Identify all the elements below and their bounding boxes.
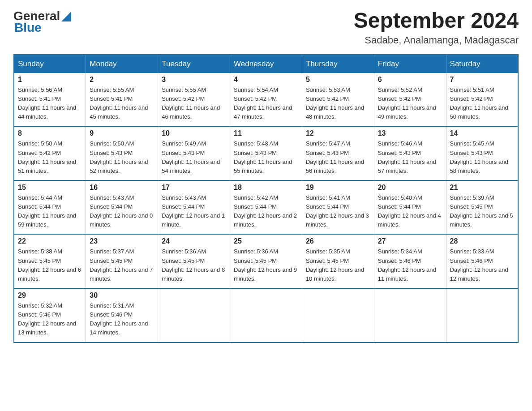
calendar-cell: 30Sunrise: 5:31 AMSunset: 5:46 PMDayligh… [86,288,158,342]
day-number: 13 [378,129,442,137]
day-info: Sunrise: 5:38 AMSunset: 5:45 PMDaylight:… [18,247,82,283]
day-number: 29 [18,291,82,300]
day-number: 18 [234,184,298,192]
day-info: Sunrise: 5:39 AMSunset: 5:45 PMDaylight:… [450,193,514,230]
calendar-cell: 2Sunrise: 5:55 AMSunset: 5:41 PMDaylight… [86,73,158,127]
calendar-cell: 12Sunrise: 5:47 AMSunset: 5:43 PMDayligh… [302,126,374,180]
calendar-table: SundayMondayTuesdayWednesdayThursdayFrid… [13,54,519,343]
weekday-header-row: SundayMondayTuesdayWednesdayThursdayFrid… [14,55,518,73]
calendar-cell: 13Sunrise: 5:46 AMSunset: 5:43 PMDayligh… [374,126,446,180]
weekday-header-friday: Friday [374,55,446,73]
day-number: 27 [378,237,442,245]
calendar-cell: 17Sunrise: 5:43 AMSunset: 5:44 PMDayligh… [158,180,230,235]
day-info: Sunrise: 5:54 AMSunset: 5:42 PMDaylight:… [234,86,298,122]
day-number: 25 [234,237,298,245]
weekday-header-wednesday: Wednesday [230,55,302,73]
day-info: Sunrise: 5:32 AMSunset: 5:46 PMDaylight:… [18,301,82,338]
day-info: Sunrise: 5:35 AMSunset: 5:45 PMDaylight:… [306,247,370,283]
day-info: Sunrise: 5:37 AMSunset: 5:45 PMDaylight:… [90,247,154,283]
day-number: 21 [450,184,514,192]
day-number: 8 [18,129,82,137]
day-number: 26 [306,237,370,245]
calendar-cell: 11Sunrise: 5:48 AMSunset: 5:43 PMDayligh… [230,126,302,180]
calendar-cell: 22Sunrise: 5:38 AMSunset: 5:45 PMDayligh… [14,234,86,288]
calendar-cell: 21Sunrise: 5:39 AMSunset: 5:45 PMDayligh… [446,180,518,235]
day-number: 7 [450,76,514,84]
calendar-cell: 10Sunrise: 5:49 AMSunset: 5:43 PMDayligh… [158,126,230,180]
calendar-cell: 19Sunrise: 5:41 AMSunset: 5:44 PMDayligh… [302,180,374,235]
calendar-title-block: September 2024 Sadabe, Analamanga, Madag… [354,9,519,46]
calendar-cell: 9Sunrise: 5:50 AMSunset: 5:43 PMDaylight… [86,126,158,180]
day-number: 23 [90,237,154,245]
day-number: 4 [234,76,298,84]
calendar-cell [158,288,230,342]
page-header: General Blue September 2024 Sadabe, Anal… [13,9,519,46]
weekday-header-saturday: Saturday [446,55,518,73]
day-number: 22 [18,237,82,245]
day-info: Sunrise: 5:55 AMSunset: 5:42 PMDaylight:… [162,86,226,122]
day-number: 30 [90,291,154,300]
week-row-4: 22Sunrise: 5:38 AMSunset: 5:45 PMDayligh… [14,234,518,288]
weekday-header-tuesday: Tuesday [158,55,230,73]
svg-marker-0 [61,12,71,21]
day-info: Sunrise: 5:50 AMSunset: 5:42 PMDaylight:… [18,139,82,176]
calendar-cell: 18Sunrise: 5:42 AMSunset: 5:44 PMDayligh… [230,180,302,235]
calendar-cell: 1Sunrise: 5:56 AMSunset: 5:41 PMDaylight… [14,73,86,127]
day-info: Sunrise: 5:43 AMSunset: 5:44 PMDaylight:… [162,193,226,230]
week-row-5: 29Sunrise: 5:32 AMSunset: 5:46 PMDayligh… [14,288,518,342]
day-number: 11 [234,129,298,137]
day-info: Sunrise: 5:36 AMSunset: 5:45 PMDaylight:… [162,247,226,283]
day-info: Sunrise: 5:51 AMSunset: 5:42 PMDaylight:… [450,86,514,122]
day-info: Sunrise: 5:40 AMSunset: 5:44 PMDaylight:… [378,193,442,230]
calendar-title: September 2024 [354,9,519,33]
calendar-cell: 7Sunrise: 5:51 AMSunset: 5:42 PMDaylight… [446,73,518,127]
day-info: Sunrise: 5:53 AMSunset: 5:42 PMDaylight:… [306,86,370,122]
day-number: 1 [18,76,82,84]
calendar-cell: 23Sunrise: 5:37 AMSunset: 5:45 PMDayligh… [86,234,158,288]
day-info: Sunrise: 5:52 AMSunset: 5:42 PMDaylight:… [378,86,442,122]
day-info: Sunrise: 5:55 AMSunset: 5:41 PMDaylight:… [90,86,154,122]
day-info: Sunrise: 5:43 AMSunset: 5:44 PMDaylight:… [90,193,154,230]
calendar-cell: 16Sunrise: 5:43 AMSunset: 5:44 PMDayligh… [86,180,158,235]
calendar-cell [230,288,302,342]
calendar-cell [446,288,518,342]
day-info: Sunrise: 5:56 AMSunset: 5:41 PMDaylight:… [18,86,82,122]
day-number: 17 [162,184,226,192]
day-info: Sunrise: 5:46 AMSunset: 5:43 PMDaylight:… [378,139,442,176]
day-number: 5 [306,76,370,84]
calendar-cell: 3Sunrise: 5:55 AMSunset: 5:42 PMDaylight… [158,73,230,127]
calendar-cell: 28Sunrise: 5:33 AMSunset: 5:46 PMDayligh… [446,234,518,288]
day-number: 14 [450,129,514,137]
calendar-cell: 15Sunrise: 5:44 AMSunset: 5:44 PMDayligh… [14,180,86,235]
week-row-3: 15Sunrise: 5:44 AMSunset: 5:44 PMDayligh… [14,180,518,235]
calendar-cell: 24Sunrise: 5:36 AMSunset: 5:45 PMDayligh… [158,234,230,288]
day-number: 15 [18,184,82,192]
logo-arrow-icon [61,10,71,21]
logo-blue-text: Blue [14,21,42,35]
calendar-cell: 25Sunrise: 5:36 AMSunset: 5:45 PMDayligh… [230,234,302,288]
logo: General Blue [13,9,71,35]
day-info: Sunrise: 5:33 AMSunset: 5:46 PMDaylight:… [450,247,514,283]
calendar-cell: 29Sunrise: 5:32 AMSunset: 5:46 PMDayligh… [14,288,86,342]
week-row-1: 1Sunrise: 5:56 AMSunset: 5:41 PMDaylight… [14,73,518,127]
week-row-2: 8Sunrise: 5:50 AMSunset: 5:42 PMDaylight… [14,126,518,180]
day-number: 10 [162,129,226,137]
day-number: 28 [450,237,514,245]
calendar-cell: 4Sunrise: 5:54 AMSunset: 5:42 PMDaylight… [230,73,302,127]
day-info: Sunrise: 5:50 AMSunset: 5:43 PMDaylight:… [90,139,154,176]
day-info: Sunrise: 5:31 AMSunset: 5:46 PMDaylight:… [90,301,154,338]
calendar-cell: 8Sunrise: 5:50 AMSunset: 5:42 PMDaylight… [14,126,86,180]
calendar-cell: 20Sunrise: 5:40 AMSunset: 5:44 PMDayligh… [374,180,446,235]
day-info: Sunrise: 5:36 AMSunset: 5:45 PMDaylight:… [234,247,298,283]
day-info: Sunrise: 5:44 AMSunset: 5:44 PMDaylight:… [18,193,82,230]
day-number: 20 [378,184,442,192]
day-number: 19 [306,184,370,192]
weekday-header-thursday: Thursday [302,55,374,73]
weekday-header-sunday: Sunday [14,55,86,73]
calendar-cell [302,288,374,342]
day-info: Sunrise: 5:47 AMSunset: 5:43 PMDaylight:… [306,139,370,176]
calendar-cell [374,288,446,342]
day-number: 3 [162,76,226,84]
day-number: 6 [378,76,442,84]
calendar-cell: 6Sunrise: 5:52 AMSunset: 5:42 PMDaylight… [374,73,446,127]
